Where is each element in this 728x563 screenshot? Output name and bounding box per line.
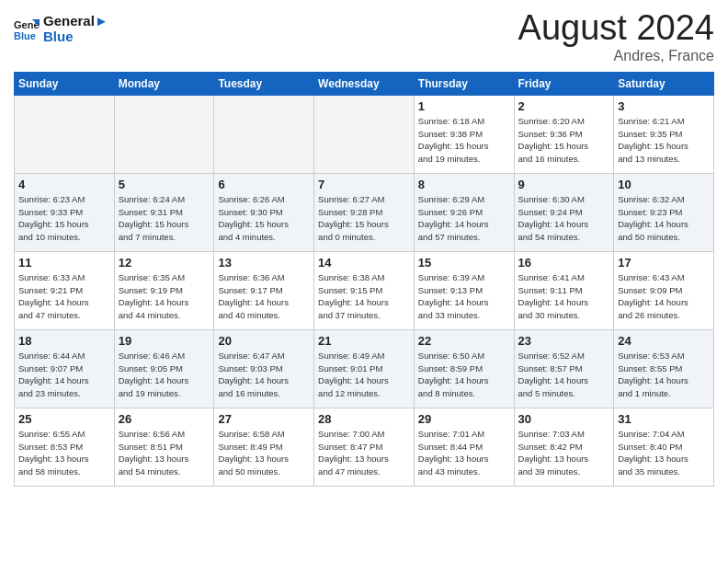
calendar-cell: 7Sunrise: 6:27 AMSunset: 9:28 PMDaylight… [314,173,415,251]
day-number: 18 [18,334,110,348]
day-number: 31 [618,412,710,426]
calendar-cell: 12Sunrise: 6:35 AMSunset: 9:19 PMDayligh… [114,251,214,329]
day-number: 29 [418,412,510,426]
day-info: Sunrise: 6:36 AMSunset: 9:17 PMDaylight:… [218,271,310,322]
day-number: 1 [418,99,510,113]
day-info: Sunrise: 7:00 AMSunset: 8:47 PMDaylight:… [318,428,410,478]
day-info: Sunrise: 6:50 AMSunset: 8:59 PMDaylight:… [418,350,510,400]
logo-line1: General► [43,13,108,29]
calendar-cell: 13Sunrise: 6:36 AMSunset: 9:17 PMDayligh… [214,251,314,329]
calendar-cell: 26Sunrise: 6:56 AMSunset: 8:51 PMDayligh… [114,408,214,486]
day-number: 3 [618,99,710,113]
day-number: 27 [218,412,310,426]
day-info: Sunrise: 6:53 AMSunset: 8:55 PMDaylight:… [618,350,710,400]
day-header-row: SundayMondayTuesdayWednesdayThursdayFrid… [15,72,714,95]
day-info: Sunrise: 6:38 AMSunset: 9:15 PMDaylight:… [318,271,410,322]
day-info: Sunrise: 6:56 AMSunset: 8:51 PMDaylight:… [119,428,210,478]
calendar-cell [114,95,214,173]
day-number: 21 [318,334,410,348]
day-number: 12 [119,256,210,270]
calendar-cell: 1Sunrise: 6:18 AMSunset: 9:38 PMDaylight… [414,95,514,173]
day-number: 13 [218,256,310,270]
logo: General Blue General► Blue [14,13,108,45]
day-number: 9 [518,178,610,191]
calendar-week-row: 1Sunrise: 6:18 AMSunset: 9:38 PMDaylight… [15,95,714,173]
day-info: Sunrise: 6:23 AMSunset: 9:33 PMDaylight:… [18,193,110,244]
calendar-cell: 15Sunrise: 6:39 AMSunset: 9:13 PMDayligh… [414,251,514,329]
day-header-friday: Friday [514,72,614,95]
calendar-cell: 11Sunrise: 6:33 AMSunset: 9:21 PMDayligh… [15,251,115,329]
calendar-cell: 19Sunrise: 6:46 AMSunset: 9:05 PMDayligh… [114,329,214,408]
logo-line2: Blue [43,29,108,44]
calendar-cell: 17Sunrise: 6:43 AMSunset: 9:09 PMDayligh… [614,251,714,329]
day-info: Sunrise: 6:44 AMSunset: 9:07 PMDaylight:… [18,350,110,400]
day-number: 10 [618,178,710,191]
day-number: 5 [119,178,210,191]
day-info: Sunrise: 6:39 AMSunset: 9:13 PMDaylight:… [418,271,510,322]
calendar-cell: 29Sunrise: 7:01 AMSunset: 8:44 PMDayligh… [414,408,514,486]
day-number: 8 [418,178,510,191]
calendar-week-row: 11Sunrise: 6:33 AMSunset: 9:21 PMDayligh… [15,251,714,329]
calendar-cell: 24Sunrise: 6:53 AMSunset: 8:55 PMDayligh… [614,329,714,408]
svg-text:Blue: Blue [14,30,36,41]
day-number: 22 [418,334,510,348]
calendar-week-row: 18Sunrise: 6:44 AMSunset: 9:07 PMDayligh… [15,329,714,408]
day-header-tuesday: Tuesday [214,72,314,95]
day-info: Sunrise: 6:41 AMSunset: 9:11 PMDaylight:… [518,271,610,322]
calendar-cell: 4Sunrise: 6:23 AMSunset: 9:33 PMDaylight… [15,173,115,251]
day-info: Sunrise: 7:04 AMSunset: 8:40 PMDaylight:… [618,428,710,478]
day-info: Sunrise: 6:52 AMSunset: 8:57 PMDaylight:… [518,350,610,400]
day-header-saturday: Saturday [614,72,714,95]
calendar-cell [214,95,314,173]
day-number: 20 [218,334,310,348]
day-number: 23 [518,334,610,348]
calendar-week-row: 4Sunrise: 6:23 AMSunset: 9:33 PMDaylight… [15,173,714,251]
calendar-cell: 23Sunrise: 6:52 AMSunset: 8:57 PMDayligh… [514,329,614,408]
day-info: Sunrise: 6:55 AMSunset: 8:53 PMDaylight:… [18,428,110,478]
day-info: Sunrise: 6:49 AMSunset: 9:01 PMDaylight:… [318,350,410,400]
calendar-cell: 16Sunrise: 6:41 AMSunset: 9:11 PMDayligh… [514,251,614,329]
day-info: Sunrise: 6:21 AMSunset: 9:35 PMDaylight:… [618,115,710,166]
day-header-thursday: Thursday [414,72,514,95]
day-info: Sunrise: 7:01 AMSunset: 8:44 PMDaylight:… [418,428,510,478]
day-info: Sunrise: 6:47 AMSunset: 9:03 PMDaylight:… [218,350,310,400]
location: Andres, France [518,48,714,64]
day-info: Sunrise: 6:43 AMSunset: 9:09 PMDaylight:… [618,271,710,322]
day-number: 16 [518,256,610,270]
day-info: Sunrise: 6:26 AMSunset: 9:30 PMDaylight:… [218,193,310,244]
day-number: 17 [618,256,710,270]
logo-icon: General Blue [14,16,40,41]
calendar-cell: 21Sunrise: 6:49 AMSunset: 9:01 PMDayligh… [314,329,415,408]
day-header-monday: Monday [114,72,214,95]
day-info: Sunrise: 6:29 AMSunset: 9:26 PMDaylight:… [418,193,510,244]
calendar-cell: 3Sunrise: 6:21 AMSunset: 9:35 PMDaylight… [614,95,714,173]
day-number: 28 [318,412,410,426]
calendar-cell: 5Sunrise: 6:24 AMSunset: 9:31 PMDaylight… [114,173,214,251]
day-info: Sunrise: 6:20 AMSunset: 9:36 PMDaylight:… [518,115,610,166]
calendar-cell: 30Sunrise: 7:03 AMSunset: 8:42 PMDayligh… [514,408,614,486]
calendar-cell: 22Sunrise: 6:50 AMSunset: 8:59 PMDayligh… [414,329,514,408]
day-header-wednesday: Wednesday [314,72,415,95]
calendar-cell: 10Sunrise: 6:32 AMSunset: 9:23 PMDayligh… [614,173,714,251]
calendar-table: SundayMondayTuesdayWednesdayThursdayFrid… [14,72,714,487]
day-info: Sunrise: 7:03 AMSunset: 8:42 PMDaylight:… [518,428,610,478]
calendar-cell: 6Sunrise: 6:26 AMSunset: 9:30 PMDaylight… [214,173,314,251]
calendar-cell: 18Sunrise: 6:44 AMSunset: 9:07 PMDayligh… [15,329,115,408]
calendar-cell: 9Sunrise: 6:30 AMSunset: 9:24 PMDaylight… [514,173,614,251]
calendar-cell [314,95,415,173]
day-number: 25 [18,412,110,426]
calendar-cell: 31Sunrise: 7:04 AMSunset: 8:40 PMDayligh… [614,408,714,486]
day-info: Sunrise: 6:58 AMSunset: 8:49 PMDaylight:… [218,428,310,478]
day-number: 6 [218,178,310,191]
day-number: 26 [119,412,210,426]
day-info: Sunrise: 6:18 AMSunset: 9:38 PMDaylight:… [418,115,510,166]
day-number: 14 [318,256,410,270]
day-number: 11 [18,256,110,270]
day-info: Sunrise: 6:32 AMSunset: 9:23 PMDaylight:… [618,193,710,244]
day-info: Sunrise: 6:35 AMSunset: 9:19 PMDaylight:… [119,271,210,322]
calendar-week-row: 25Sunrise: 6:55 AMSunset: 8:53 PMDayligh… [15,408,714,486]
calendar-cell: 2Sunrise: 6:20 AMSunset: 9:36 PMDaylight… [514,95,614,173]
day-info: Sunrise: 6:33 AMSunset: 9:21 PMDaylight:… [18,271,110,322]
day-info: Sunrise: 6:46 AMSunset: 9:05 PMDaylight:… [119,350,210,400]
day-info: Sunrise: 6:30 AMSunset: 9:24 PMDaylight:… [518,193,610,244]
